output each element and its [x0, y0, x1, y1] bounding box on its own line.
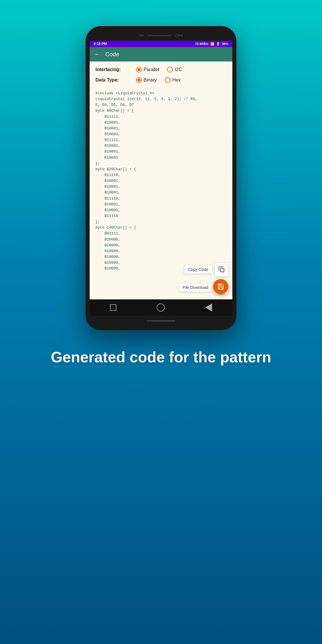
copy-code-row: Copy Code — [184, 263, 228, 276]
dot-far-right — [181, 34, 183, 37]
phone-shell: 6:18 PM 72.9KB/s 📶 🔋 88% ← Code Interfac… — [86, 26, 236, 330]
radio-hex-label: Hex — [172, 77, 180, 83]
radio-parallel[interactable]: Parallel — [136, 67, 159, 73]
radio-hex-circle[interactable] — [165, 77, 171, 83]
status-time: 6:18 PM — [94, 42, 107, 46]
app-title: Code — [105, 51, 119, 58]
signal-icon: 📶 — [210, 42, 214, 46]
svg-rect-0 — [220, 268, 224, 272]
dot-2 — [141, 34, 144, 37]
back-button[interactable]: ← — [94, 50, 101, 58]
status-bar: 6:18 PM 72.9KB/s 📶 🔋 88% — [90, 41, 232, 47]
radio-binary-label: Binary — [144, 77, 157, 83]
copy-icon — [218, 266, 225, 273]
datatype-radio-group: Binary Hex — [136, 77, 181, 83]
app-bar: ← Code — [90, 47, 232, 61]
phone-bottom-bar — [90, 318, 232, 324]
radio-hex[interactable]: Hex — [165, 77, 180, 83]
save-icon — [217, 283, 224, 290]
radio-binary-circle[interactable] — [136, 77, 142, 83]
datatype-label: Data Type: — [95, 77, 127, 83]
interfacing-radio-group: Parallel I2C — [136, 67, 182, 73]
speaker — [148, 35, 171, 36]
bottom-nav — [90, 299, 232, 316]
network-speed: 72.9KB/s — [195, 42, 208, 46]
nav-square-button[interactable] — [110, 304, 116, 311]
battery-pct: 88% — [222, 42, 228, 46]
radio-parallel-label: Parallel — [144, 67, 159, 72]
screen-content: Interfacing: Parallel I2C Data Type: — [90, 61, 232, 299]
camera-dot — [175, 34, 178, 37]
datatype-row: Data Type: Binary Hex — [95, 77, 227, 83]
radio-i2c[interactable]: I2C — [167, 67, 182, 73]
interfacing-label: Interfacing: — [95, 67, 127, 72]
fab-area: Copy Code File Download — [179, 263, 228, 294]
options-section: Interfacing: Parallel I2C Data Type: — [90, 61, 232, 83]
radio-parallel-circle[interactable] — [136, 67, 142, 73]
copy-code-label: Copy Code — [184, 265, 212, 274]
code-display: #include <LiquidCrystal.h> LiquidCrystal… — [90, 88, 232, 274]
nav-back-button[interactable] — [205, 303, 212, 312]
phone-top-bar — [90, 31, 232, 39]
radio-binary[interactable]: Binary — [136, 77, 157, 83]
file-download-label: File Download — [179, 283, 212, 292]
battery-icon: 🔋 — [216, 42, 220, 46]
copy-code-button[interactable] — [215, 263, 228, 276]
bottom-caption-text: Generated code for the pattern — [51, 348, 271, 367]
save-fab-button[interactable] — [213, 279, 228, 294]
radio-i2c-label: I2C — [175, 67, 182, 72]
bottom-caption: Generated code for the pattern — [28, 348, 294, 367]
radio-i2c-circle[interactable] — [167, 67, 173, 73]
dot-right — [178, 34, 181, 37]
nav-home-button[interactable] — [157, 303, 165, 312]
home-indicator — [146, 320, 176, 321]
status-right: 72.9KB/s 📶 🔋 88% — [195, 42, 228, 46]
interfacing-row: Interfacing: Parallel I2C — [95, 67, 227, 73]
dot-left — [139, 34, 141, 37]
